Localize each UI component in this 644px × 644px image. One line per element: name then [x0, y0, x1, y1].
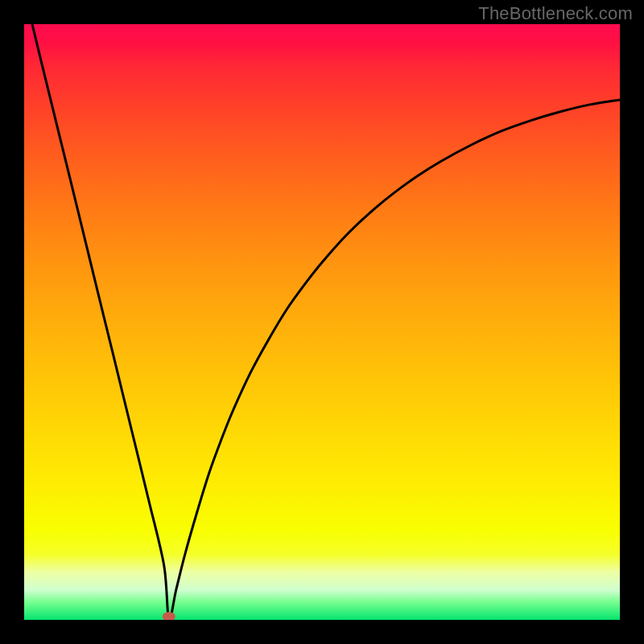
chart-container: TheBottleneck.com	[0, 0, 644, 644]
chart-svg	[24, 24, 620, 620]
minimum-marker	[163, 612, 175, 620]
watermark-label: TheBottleneck.com	[478, 3, 633, 24]
bottleneck-curve	[32, 24, 620, 620]
plot-area	[24, 24, 620, 620]
